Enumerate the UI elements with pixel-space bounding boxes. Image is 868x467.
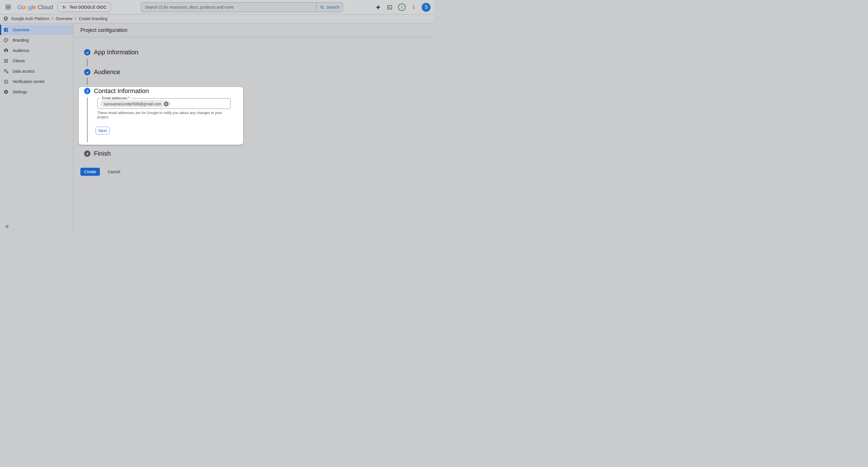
sidebar-item-label: Audience bbox=[12, 48, 29, 53]
step-label: Audience bbox=[94, 68, 120, 76]
account-circle-icon bbox=[3, 48, 9, 53]
email-addresses-field[interactable]: Email addresses * saravanasundar506@gmai… bbox=[97, 98, 230, 109]
search-bar: Search bbox=[141, 2, 343, 12]
project-selector-label: Test GOOGLE OIDC bbox=[69, 5, 106, 9]
step-label: App Information bbox=[94, 49, 138, 56]
stepper-connector bbox=[87, 78, 88, 85]
step-complete-check-icon bbox=[84, 69, 90, 75]
sidebar-item-audience[interactable]: Audience bbox=[0, 46, 73, 56]
notifications-badge[interactable]: 1 bbox=[398, 3, 406, 11]
step-label: Contact Information bbox=[94, 87, 149, 95]
main-content: Project configuration App Information Au… bbox=[74, 24, 434, 233]
search-input[interactable] bbox=[141, 3, 316, 12]
overview-dashboard-icon bbox=[3, 27, 9, 33]
sidebar-item-label: Data access bbox=[12, 69, 35, 74]
sidebar-item-label: Branding bbox=[12, 38, 29, 42]
step-number-badge: 4 bbox=[84, 150, 90, 157]
gemini-sparkle-icon[interactable] bbox=[375, 4, 381, 10]
email-chip-text: saravanasundar506@gmail.com bbox=[104, 102, 162, 106]
breadcrumb-separator: / bbox=[52, 17, 53, 21]
sidebar-item-branding[interactable]: Branding bbox=[0, 35, 73, 46]
google-cloud-logo[interactable]: Google Cloud bbox=[17, 4, 53, 11]
step-number-badge: 3 bbox=[84, 88, 90, 94]
breadcrumb-item-overview[interactable]: Overview bbox=[56, 17, 72, 21]
top-app-bar: Google Cloud Test GOOGLE OIDC Search bbox=[0, 0, 434, 14]
sidebar-item-label: Overview bbox=[12, 28, 29, 32]
step-contact-information: 3 Contact Information bbox=[79, 87, 243, 95]
contact-information-card: 3 Contact Information Email addresses * … bbox=[79, 87, 243, 145]
step-label: Finish bbox=[94, 150, 111, 157]
menu-icon[interactable] bbox=[2, 2, 14, 12]
sidebar-item-label: Settings bbox=[12, 90, 27, 94]
create-button[interactable]: Create bbox=[81, 168, 100, 176]
notification-count: 1 bbox=[401, 5, 403, 9]
collapse-sidebar-icon[interactable] bbox=[3, 223, 10, 230]
logo-letter: g bbox=[28, 4, 32, 11]
breadcrumb-separator: / bbox=[75, 17, 76, 21]
step-audience: Audience bbox=[74, 68, 434, 77]
cloud-shell-icon[interactable] bbox=[386, 4, 393, 10]
topbar-actions: 1 S bbox=[375, 0, 431, 14]
step-app-information: App Information bbox=[74, 48, 434, 57]
step-complete-check-icon bbox=[84, 49, 90, 55]
sidebar-item-settings[interactable]: Settings bbox=[0, 87, 73, 97]
sidebar-item-label: Clients bbox=[12, 59, 25, 63]
sidebar-item-overview[interactable]: Overview bbox=[0, 25, 73, 35]
breadcrumb: Google Auth Platform / Overview / Create… bbox=[0, 14, 434, 23]
gear-icon bbox=[3, 89, 9, 95]
page-header: Project configuration bbox=[74, 24, 434, 37]
email-field-label: Email addresses * bbox=[100, 96, 131, 100]
stepper: App Information Audience 3 Contact Infor… bbox=[74, 37, 434, 176]
project-selector-button[interactable]: Test GOOGLE OIDC bbox=[57, 2, 111, 12]
side-navigation: Overview Branding Audience bbox=[0, 24, 73, 233]
sidebar-item-data-access[interactable]: Data access bbox=[0, 66, 73, 77]
sidebar-item-label: Verification centre bbox=[12, 79, 44, 84]
search-icon bbox=[320, 5, 324, 9]
sidebar-item-clients[interactable]: Clients bbox=[0, 56, 73, 66]
logo-letter: e bbox=[33, 4, 36, 11]
next-button[interactable]: Next bbox=[96, 127, 110, 135]
more-options-icon[interactable] bbox=[411, 5, 416, 10]
auth-platform-shield-icon bbox=[3, 16, 9, 22]
stepper-connector bbox=[87, 59, 88, 66]
remove-email-icon[interactable] bbox=[164, 102, 168, 106]
form-actions: Create Cancel bbox=[74, 168, 434, 176]
breadcrumb-item-platform[interactable]: Google Auth Platform bbox=[11, 17, 50, 21]
step-finish: 4 Finish bbox=[74, 149, 434, 158]
page-title: Project configuration bbox=[81, 27, 127, 33]
search-button-label: Search bbox=[327, 5, 339, 9]
logo-cloud-text: Cloud bbox=[38, 4, 53, 11]
data-access-icon bbox=[3, 68, 9, 74]
project-hexagons-icon bbox=[62, 5, 67, 10]
logo-letter: o bbox=[25, 4, 28, 11]
account-avatar[interactable]: S bbox=[422, 3, 431, 12]
cancel-button[interactable]: Cancel bbox=[106, 168, 122, 176]
apps-grid-icon bbox=[3, 58, 9, 64]
logo-letter: o bbox=[22, 4, 25, 11]
logo-letter: G bbox=[17, 4, 22, 11]
palette-icon bbox=[3, 37, 9, 43]
breadcrumb-item-current: Create branding bbox=[79, 17, 107, 21]
avatar-letter: S bbox=[425, 5, 428, 10]
stepper-connector bbox=[87, 97, 88, 142]
email-chip: saravanasundar506@gmail.com bbox=[100, 100, 170, 108]
search-button[interactable]: Search bbox=[316, 3, 343, 12]
verified-checkbox-icon bbox=[3, 79, 9, 84]
email-helper-text: These email addresses are for Google to … bbox=[97, 111, 227, 119]
sidebar-item-verification-centre[interactable]: Verification centre bbox=[0, 77, 73, 87]
